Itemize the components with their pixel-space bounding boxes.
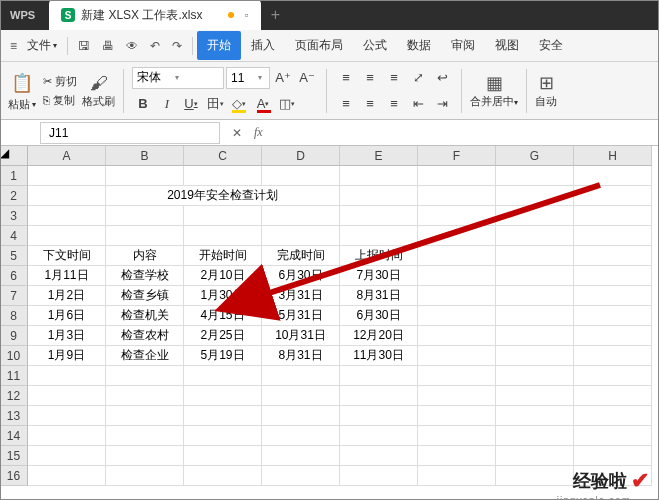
cell[interactable] <box>574 246 652 266</box>
new-tab-button[interactable]: + <box>261 6 290 24</box>
cell[interactable] <box>184 206 262 226</box>
cell[interactable]: 1月30日 <box>184 286 262 306</box>
cell[interactable] <box>496 406 574 426</box>
cell[interactable] <box>184 446 262 466</box>
cell[interactable] <box>574 266 652 286</box>
cell[interactable]: 6月30日 <box>262 266 340 286</box>
cell[interactable] <box>496 246 574 266</box>
cell[interactable]: 12月20日 <box>340 326 418 346</box>
hamburger-icon[interactable]: ≡ <box>6 39 21 53</box>
row-header[interactable]: 8 <box>0 306 28 326</box>
cell[interactable] <box>340 206 418 226</box>
cell[interactable] <box>574 366 652 386</box>
cell[interactable] <box>28 166 106 186</box>
cell[interactable] <box>106 406 184 426</box>
tab-view[interactable]: 视图 <box>485 31 529 60</box>
auto-button[interactable]: ⊞ 自动 <box>535 72 557 109</box>
row-header[interactable]: 10 <box>0 346 28 366</box>
cell[interactable] <box>106 466 184 486</box>
cell[interactable] <box>418 366 496 386</box>
cell[interactable] <box>28 226 106 246</box>
cell[interactable]: 2月25日 <box>184 326 262 346</box>
row-header[interactable]: 1 <box>0 166 28 186</box>
cell[interactable] <box>574 166 652 186</box>
row-header[interactable]: 5 <box>0 246 28 266</box>
cell[interactable] <box>496 366 574 386</box>
tab-layout[interactable]: 页面布局 <box>285 31 353 60</box>
row-header[interactable]: 14 <box>0 426 28 446</box>
cell[interactable] <box>340 446 418 466</box>
cell[interactable] <box>496 266 574 286</box>
cell[interactable]: 1月2日 <box>28 286 106 306</box>
cell[interactable] <box>418 426 496 446</box>
tab-start[interactable]: 开始 <box>197 31 241 60</box>
tab-menu-icon[interactable]: ▫ <box>244 8 248 22</box>
select-all-corner[interactable]: ◢ <box>0 146 28 166</box>
cell[interactable] <box>418 306 496 326</box>
font-size-select[interactable]: 11▾ <box>226 67 270 89</box>
cell[interactable] <box>262 466 340 486</box>
cell[interactable] <box>496 346 574 366</box>
cell[interactable] <box>574 446 652 466</box>
cell[interactable] <box>340 186 418 206</box>
row-header[interactable]: 16 <box>0 466 28 486</box>
cell[interactable] <box>106 386 184 406</box>
cell[interactable] <box>262 166 340 186</box>
cell[interactable] <box>496 206 574 226</box>
tab-review[interactable]: 审阅 <box>441 31 485 60</box>
cell[interactable] <box>496 386 574 406</box>
row-header[interactable]: 9 <box>0 326 28 346</box>
cell[interactable] <box>496 466 574 486</box>
cell[interactable] <box>496 226 574 246</box>
cell[interactable]: 2019年安全检查计划 <box>106 186 340 206</box>
cell[interactable] <box>496 306 574 326</box>
cell[interactable] <box>574 426 652 446</box>
cell[interactable]: 1月3日 <box>28 326 106 346</box>
cell[interactable] <box>496 446 574 466</box>
cell[interactable]: 3月31日 <box>262 286 340 306</box>
cell[interactable] <box>106 206 184 226</box>
cell[interactable] <box>184 166 262 186</box>
name-box[interactable]: J11 <box>40 122 220 144</box>
decrease-font-icon[interactable]: A⁻ <box>296 67 318 89</box>
cell[interactable] <box>496 286 574 306</box>
cell[interactable] <box>184 366 262 386</box>
cell[interactable] <box>28 446 106 466</box>
cell[interactable] <box>496 326 574 346</box>
cell[interactable] <box>340 226 418 246</box>
document-tab[interactable]: S 新建 XLSX 工作表.xlsx ▫ <box>49 0 261 30</box>
cell[interactable] <box>106 166 184 186</box>
cell[interactable] <box>184 226 262 246</box>
cell[interactable] <box>418 346 496 366</box>
cell[interactable] <box>106 366 184 386</box>
cell[interactable]: 5月19日 <box>184 346 262 366</box>
undo-icon[interactable]: ↶ <box>144 39 166 53</box>
align-right-icon[interactable]: ≡ <box>383 93 405 115</box>
cell[interactable]: 1月6日 <box>28 306 106 326</box>
cell[interactable] <box>184 406 262 426</box>
cell[interactable] <box>262 366 340 386</box>
save-icon[interactable]: 🖫 <box>72 39 96 53</box>
format-brush-button[interactable]: 🖌 格式刷 <box>82 73 115 109</box>
align-left-icon[interactable]: ≡ <box>335 93 357 115</box>
cell[interactable] <box>574 386 652 406</box>
fx-icon[interactable]: fx <box>248 125 269 140</box>
cell[interactable]: 10月31日 <box>262 326 340 346</box>
cell[interactable]: 8月31日 <box>262 346 340 366</box>
col-header[interactable]: G <box>496 146 574 166</box>
cell[interactable] <box>184 466 262 486</box>
cell[interactable] <box>262 426 340 446</box>
align-top-icon[interactable]: ≡ <box>335 67 357 89</box>
cell[interactable] <box>262 206 340 226</box>
font-name-select[interactable]: 宋体▾ <box>132 67 224 89</box>
cell[interactable] <box>340 406 418 426</box>
cell[interactable] <box>184 386 262 406</box>
cell[interactable] <box>418 246 496 266</box>
tab-formula[interactable]: 公式 <box>353 31 397 60</box>
row-header[interactable]: 13 <box>0 406 28 426</box>
wrap-icon[interactable]: ↩ <box>431 67 453 89</box>
row-header[interactable]: 4 <box>0 226 28 246</box>
tab-security[interactable]: 安全 <box>529 31 573 60</box>
cell[interactable] <box>28 366 106 386</box>
row-header[interactable]: 3 <box>0 206 28 226</box>
